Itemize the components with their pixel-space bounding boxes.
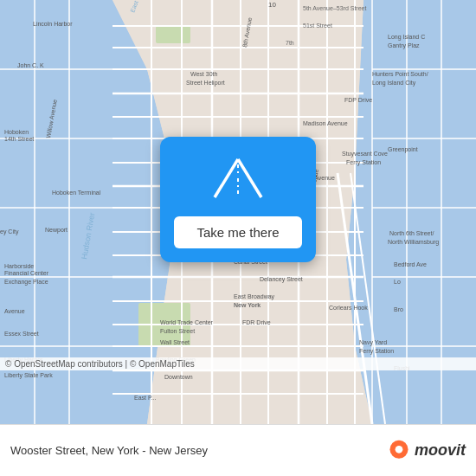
svg-text:Long Island City: Long Island City (372, 80, 416, 87)
svg-line-106 (215, 159, 238, 197)
svg-text:ey City: ey City (0, 228, 19, 235)
svg-text:FDP Drive: FDP Drive (344, 97, 372, 103)
svg-text:East P...: East P... (134, 395, 157, 401)
svg-text:East Broadway: East Broadway (234, 293, 275, 300)
svg-text:Essex Street: Essex Street (4, 331, 39, 337)
svg-text:Hoboken: Hoboken (4, 129, 29, 135)
svg-text:John C. K: John C. K (17, 62, 44, 68)
navigation-modal: Take me there (160, 137, 316, 262)
svg-text:Hunters Point South/: Hunters Point South/ (372, 71, 428, 77)
svg-text:Street Heliport: Street Heliport (186, 80, 225, 87)
svg-text:14th Street: 14th Street (4, 136, 34, 142)
svg-text:Harborside: Harborside (4, 263, 34, 269)
svg-text:Hoboken Terminal: Hoboken Terminal (52, 190, 101, 196)
svg-text:Delancey Street: Delancey Street (260, 276, 303, 283)
svg-text:Lo: Lo (394, 279, 401, 285)
svg-text:Navy Yard: Navy Yard (359, 339, 387, 346)
svg-text:Avenue: Avenue (4, 308, 25, 314)
svg-text:West 30th: West 30th (190, 71, 217, 77)
svg-line-107 (238, 159, 261, 197)
svg-text:FDR Drive: FDR Drive (242, 319, 271, 325)
svg-point-112 (396, 445, 403, 453)
svg-text:Financial Center: Financial Center (4, 270, 49, 276)
svg-text:5th Avenue–53rd Street: 5th Avenue–53rd Street (303, 5, 366, 11)
svg-text:Liberty State Park: Liberty State Park (4, 372, 53, 379)
svg-text:Gantry Plaz: Gantry Plaz (388, 42, 420, 49)
svg-text:51st Street: 51st Street (303, 23, 332, 29)
svg-text:Greenpoint: Greenpoint (388, 146, 418, 153)
road-icon (208, 152, 268, 208)
svg-text:Bedford Ave: Bedford Ave (394, 261, 427, 267)
svg-text:Ferry Station: Ferry Station (359, 348, 394, 355)
svg-text:Long Island C: Long Island C (388, 34, 425, 41)
svg-text:Corlears Hook: Corlears Hook (329, 305, 368, 311)
svg-text:Lincoln Harbor: Lincoln Harbor (33, 21, 73, 27)
svg-text:North 6th Street/: North 6th Street/ (389, 230, 434, 236)
svg-text:Wall Street: Wall Street (160, 339, 190, 345)
moovit-wordmark: moovit (415, 441, 466, 460)
svg-text:Ferry Station: Ferry Station (346, 159, 381, 166)
svg-text:New York: New York (234, 302, 261, 308)
svg-text:Newport: Newport (45, 227, 68, 234)
moovit-logo: moovit (387, 439, 466, 463)
svg-text:Madison Avenue: Madison Avenue (303, 120, 348, 126)
moovit-pin-icon (387, 439, 411, 463)
svg-text:7th: 7th (286, 40, 294, 46)
location-label: Wooster Street, New York - New Jersey (10, 444, 208, 457)
take-me-there-button[interactable]: Take me there (174, 216, 302, 248)
svg-rect-5 (156, 26, 190, 43)
map-container[interactable]: 5th Avenue–53rd Street 51st Street 7th L… (0, 0, 476, 424)
svg-text:Downtown: Downtown (164, 374, 193, 380)
svg-text:World Trade Center: World Trade Center (160, 319, 214, 325)
svg-text:Stuyvesant Cove: Stuyvesant Cove (342, 151, 388, 158)
svg-text:Exchange Place: Exchange Place (4, 279, 48, 286)
svg-text:Fulton Street: Fulton Street (160, 328, 195, 334)
svg-text:10: 10 (268, 1, 276, 9)
bottom-bar: Wooster Street, New York - New Jersey mo… (0, 424, 476, 476)
svg-text:North Williamsburg: North Williamsburg (388, 239, 439, 246)
svg-text:Bro: Bro (394, 306, 403, 312)
map-attribution: © OpenStreetMap contributors | © OpenMap… (0, 357, 476, 370)
